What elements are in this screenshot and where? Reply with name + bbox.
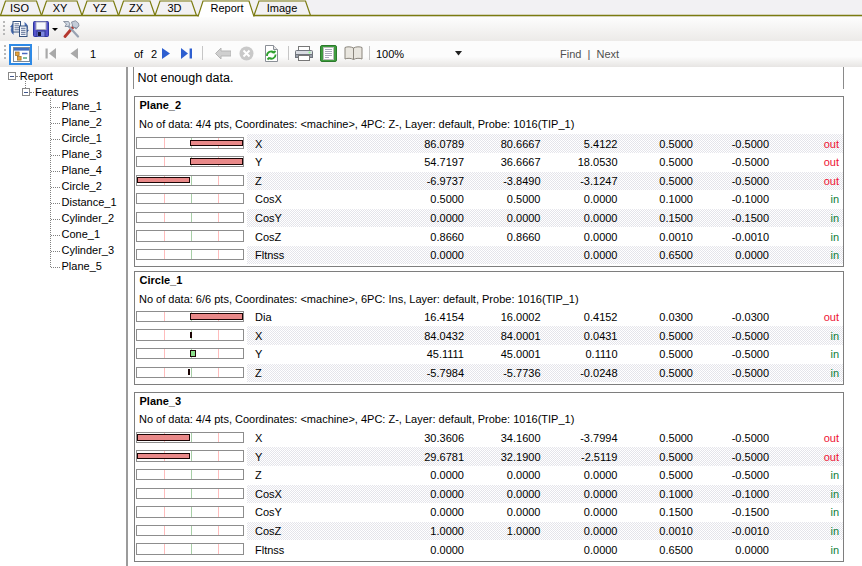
svg-text:3D: 3D: [167, 2, 181, 14]
svg-text:XY: XY: [53, 2, 68, 14]
svg-text:YZ: YZ: [93, 2, 107, 14]
svg-text:Report: Report: [210, 2, 243, 14]
svg-text:ISO: ISO: [10, 2, 29, 14]
svg-text:Image: Image: [267, 2, 298, 14]
svg-text:ZX: ZX: [129, 2, 144, 14]
